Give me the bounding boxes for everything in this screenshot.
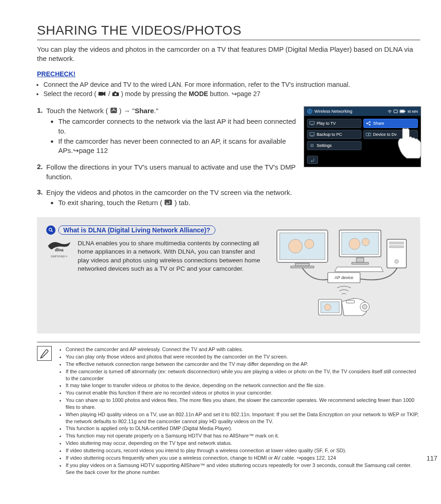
note-item: If the camcorder is turned off abnormall… (66, 368, 420, 382)
text: ) mode by pressing the (121, 90, 189, 97)
step-text: Follow the directions in your TV's users… (46, 163, 298, 182)
svg-rect-22 (165, 200, 172, 205)
text: Touch the Network ( (46, 107, 108, 115)
text: To exit sharing, touch the Return ( (58, 199, 162, 206)
battery-icon (399, 109, 406, 113)
ap-device-label: AP device (335, 275, 353, 280)
svg-point-35 (349, 238, 360, 249)
svg-rect-47 (346, 300, 355, 303)
screen-header: Wireless Networking 90 MIN (304, 107, 421, 116)
note-item: This function may not operate properly o… (66, 432, 420, 439)
dlna-callout-title: What is DLNA (Digital Living Network All… (58, 225, 215, 235)
share-icon (366, 121, 371, 126)
dlna-logo: dlna CERTIFIED™ (46, 239, 72, 258)
globe-icon (307, 109, 312, 114)
label: Settings (317, 143, 332, 148)
label: Backup to PC (317, 132, 342, 137)
svg-text:dlna: dlna (55, 248, 64, 252)
magnifier-icon (46, 225, 55, 235)
title-rule (37, 40, 420, 40)
svg-point-19 (312, 145, 312, 146)
svg-rect-38 (390, 242, 404, 244)
note-item: The effective network connection range b… (66, 361, 420, 368)
note-item: Video stuttering may occur, depending on… (66, 440, 420, 447)
svg-rect-8 (404, 111, 405, 112)
precheck-item: Connect the AP device and TV to the wire… (43, 80, 420, 89)
note-item: If you play videos on a Samsung HDTV sup… (66, 462, 420, 476)
svg-rect-17 (369, 133, 371, 136)
dlna-certified-label: CERTIFIED™ (46, 255, 72, 258)
svg-point-30 (305, 239, 314, 249)
svg-rect-11 (311, 125, 313, 125)
note-item: It may take longer to transfer videos or… (66, 382, 420, 389)
menu-backup[interactable]: Backup to PC (307, 130, 361, 139)
gear-icon (309, 143, 315, 148)
pc-icon (309, 132, 315, 137)
svg-point-21 (113, 109, 114, 109)
page-ref: page 27 (237, 90, 261, 97)
sd-icon (393, 109, 398, 113)
note-item: Connect the camcorder and AP wirelessly.… (66, 346, 420, 353)
text: ) → " (119, 107, 135, 115)
step-bullet: If the camcorder has never been connecte… (58, 137, 298, 156)
svg-point-40 (395, 260, 398, 263)
note-item: If video stuttering occurs, record video… (66, 447, 420, 454)
svg-point-44 (325, 304, 331, 310)
svg-rect-2 (114, 91, 116, 92)
camera-icon (112, 90, 119, 99)
time-remaining: 90 MIN (407, 110, 418, 113)
step-1: 1. Touch the Network ( ) → "Share." The … (37, 106, 298, 156)
network-illustration: AP device (272, 225, 411, 324)
wifi-icon (387, 109, 392, 113)
mode-label: MODE (189, 90, 208, 97)
svg-rect-9 (400, 110, 404, 112)
step-bullet: The camcorder connects to the network vi… (58, 117, 298, 136)
device-icon (366, 132, 371, 137)
text: Select the record ( (43, 90, 96, 97)
step-number: 3. (37, 188, 46, 209)
svg-rect-10 (310, 121, 314, 124)
status-icons: 90 MIN (387, 109, 418, 113)
precheck-heading: PRECHECK! (37, 70, 420, 78)
return-tab-icon (164, 199, 172, 208)
svg-point-46 (362, 304, 367, 309)
note-item: This function is applied only to DLNA-ce… (66, 425, 420, 432)
svg-point-5 (390, 112, 391, 113)
page-number: 117 (427, 455, 437, 462)
notes-section: Connect the camcorder and AP wirelessly.… (37, 342, 420, 476)
notes-list: Connect the camcorder and AP wirelessly.… (58, 346, 420, 476)
svg-rect-34 (352, 262, 368, 264)
svg-rect-0 (98, 92, 103, 96)
svg-rect-20 (110, 108, 117, 113)
share-label: Share (135, 107, 154, 115)
network-icon (110, 107, 117, 116)
svg-point-36 (362, 238, 369, 246)
intro-text: You can play the videos and photos in th… (37, 45, 420, 64)
svg-rect-27 (295, 263, 309, 266)
svg-rect-33 (356, 258, 364, 262)
note-icon (37, 346, 52, 361)
note-item: If video stuttering occurs frequently wh… (66, 455, 420, 461)
svg-point-23 (49, 228, 52, 231)
video-icon (98, 90, 106, 99)
menu-play-to-tv[interactable]: Play to TV (307, 119, 361, 128)
svg-rect-15 (310, 133, 314, 135)
precheck-item: Select the record ( / ) mode by pressing… (43, 90, 420, 99)
svg-rect-6 (394, 110, 398, 113)
tv-icon (309, 121, 315, 126)
menu-share[interactable]: Share (363, 119, 418, 128)
svg-rect-39 (390, 246, 404, 248)
text: ) tab. (174, 199, 190, 206)
step-bullet: To exit sharing, touch the Return ( ) ta… (58, 198, 420, 208)
svg-point-3 (115, 93, 116, 95)
menu-settings[interactable]: Settings (307, 141, 361, 150)
menu-device[interactable]: Device to Dv (363, 130, 418, 139)
step-3: 3. Enjoy the videos and photos in the ca… (37, 188, 420, 209)
camcorder-screen-thumbnail: Wireless Networking 90 MIN Play to TV Sh… (304, 106, 420, 166)
svg-rect-28 (291, 266, 314, 268)
note-item: You can play only those videos and photo… (66, 353, 420, 360)
label: Share (373, 121, 384, 126)
back-button[interactable] (307, 156, 318, 164)
note-item: When playing HD quality videos on a TV, … (66, 411, 420, 425)
step-number: 2. (37, 163, 46, 182)
